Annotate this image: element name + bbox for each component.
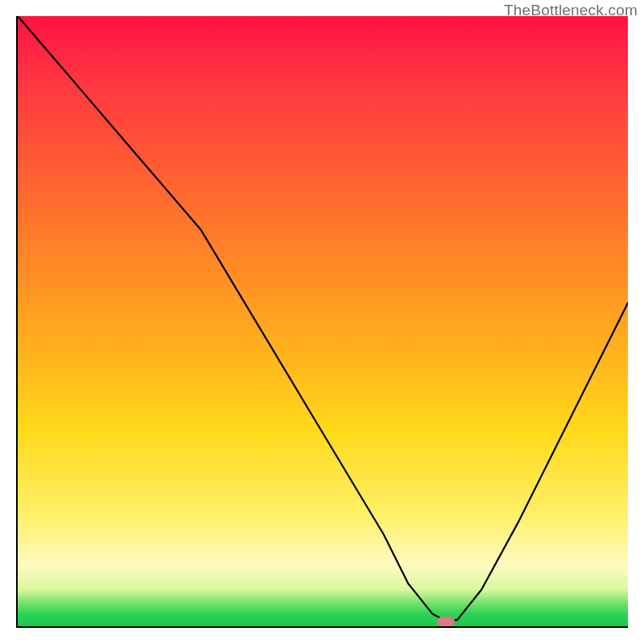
optimum-marker bbox=[437, 617, 455, 626]
chart-canvas: TheBottleneck.com bbox=[0, 0, 644, 644]
bottleneck-curve bbox=[18, 16, 628, 626]
plot-area bbox=[16, 16, 628, 628]
